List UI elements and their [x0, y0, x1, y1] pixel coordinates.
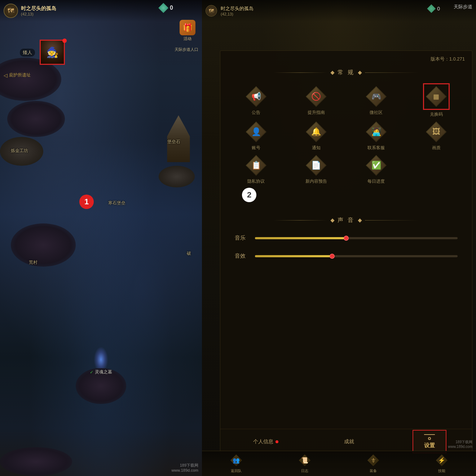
music-fill	[255, 237, 346, 239]
location-name-right: 时之尽头的孤岛	[221, 5, 254, 12]
section-line-right	[365, 72, 419, 73]
privacy-label: 隐私协议	[247, 178, 265, 184]
account-icon: 👤	[244, 120, 268, 143]
team-icon: 👥	[230, 454, 243, 467]
location-info-right: 时之尽头的孤岛 (42,13)	[221, 5, 254, 16]
watermark-right-1: 189下载网	[448, 440, 472, 445]
preview-icon: 📄	[305, 154, 328, 177]
announcement-icon: 📢	[244, 85, 268, 108]
personal-info-label: 个人信息	[253, 439, 273, 445]
guide-icon: 🚫	[305, 85, 328, 108]
activity-button[interactable]: 🎁 活动	[177, 20, 198, 41]
icon-community[interactable]: 🎮 微社区	[348, 83, 405, 117]
icon-privacy[interactable]: 📋 隐私协议	[228, 154, 285, 184]
sfx-thumb[interactable]	[330, 254, 335, 259]
castle-structure	[162, 115, 195, 162]
location-info: 时之尽头的孤岛 (42,13)	[21, 5, 56, 16]
section-line-left	[273, 72, 327, 73]
bottom-nav: 👥 返回队 📜 日志 🗡 装备 ⚡ 技能	[202, 451, 476, 476]
daily-label: 每日进度	[367, 178, 385, 184]
daily-icon: ✅	[365, 154, 388, 177]
settings-button[interactable]: 设置	[413, 430, 446, 453]
shelter-label-container: ◁ 庇护所遗址	[4, 72, 31, 78]
settings-icon-line1	[424, 434, 435, 435]
watermark-line2: www.189d.com	[171, 468, 198, 472]
icon-grid: 📢 公告 🚫 提升指南 🎮 微社区 ▦	[228, 83, 465, 184]
icon-account[interactable]: 👤 账号	[228, 120, 285, 151]
support-icon: 🧑‍💻	[365, 120, 388, 143]
nav-team[interactable]: 👥 返回队	[230, 454, 243, 473]
terrain-rock-1	[0, 137, 43, 166]
location-coords-right: (42,13)	[221, 12, 254, 16]
sound-line-left	[273, 220, 327, 221]
check-icon: ✓	[90, 370, 93, 375]
bottom-actions: 个人信息 成就 设置	[220, 429, 472, 454]
soul-marker[interactable]: ✓ 灵魂之墓	[90, 347, 112, 375]
portrait-notification-dot	[62, 39, 67, 43]
music-slider-row: 音乐	[235, 235, 458, 241]
nav-log[interactable]: 📜 日志	[298, 454, 311, 473]
music-row: 音乐	[235, 235, 458, 241]
redeem-label: 兑换码	[430, 111, 443, 117]
log-label: 日志	[301, 468, 308, 473]
currency-area: 0	[158, 3, 173, 13]
personal-info-dot	[276, 440, 278, 443]
gem-icon	[158, 3, 168, 13]
music-track[interactable]	[255, 237, 458, 239]
nav-skills[interactable]: ⚡ 技能	[435, 454, 448, 473]
icon-daily[interactable]: ✅ 每日进度	[348, 154, 405, 184]
gem-icon-right	[427, 4, 436, 13]
team-label: 返回队	[231, 468, 242, 473]
sound-diamond-2	[358, 218, 362, 222]
redeem-highlight-box: ▦	[423, 83, 450, 110]
support-label: 联系客服	[367, 145, 385, 151]
nav-equipment[interactable]: 🗡 装备	[367, 454, 380, 473]
icon-announcement[interactable]: 📢 公告	[228, 83, 285, 117]
character-portrait[interactable]: 🧙	[40, 40, 65, 65]
quality-label: 画质	[432, 145, 441, 151]
music-thumb[interactable]	[344, 236, 349, 241]
map-icon-right: 🗺	[206, 5, 217, 17]
icon-preview[interactable]: 📄 新内容预告	[288, 154, 345, 184]
currency-value-right: 0	[437, 6, 440, 12]
activity-label: 活动	[184, 36, 191, 41]
watermark-right-2: www.189d.com	[448, 445, 472, 449]
watermark: 189下载网 www.189d.com	[171, 463, 198, 472]
icon-guide[interactable]: 🚫 提升指南	[288, 83, 345, 117]
community-label: 微社区	[370, 110, 383, 116]
icon-redeem[interactable]: ▦ 兑换码	[408, 83, 465, 117]
soul-label: 灵魂之墓	[95, 369, 112, 375]
top-bar-left: 🗺 时之尽头的孤岛 (42,13) 0	[0, 0, 202, 22]
sound-line-right	[365, 220, 419, 221]
achievement-button[interactable]: 成就	[337, 436, 361, 448]
step-text-right-label: 天际步道	[454, 4, 472, 9]
location-name: 时之尽头的孤岛	[21, 5, 56, 12]
personal-info-button[interactable]: 个人信息	[246, 436, 286, 448]
terrain-dark-2	[7, 101, 65, 137]
settings-panel: 版本号：1.0.271 常 规 📢 公告 🚫 提升指南	[220, 50, 472, 454]
announcement-label: 公告	[252, 110, 260, 116]
settings-label: 设置	[424, 442, 435, 449]
sfx-track[interactable]	[255, 255, 458, 257]
version-text: 版本号：1.0.271	[431, 56, 465, 62]
watermark-right: 189下载网 www.189d.com	[448, 440, 472, 449]
preview-label: 新内容预告	[305, 178, 327, 184]
section-general-title: 常 规	[338, 69, 355, 76]
shelter-arrow-icon: ◁	[4, 72, 8, 78]
shelter-text: 庇护所遗址	[9, 72, 31, 78]
music-label: 音乐	[235, 235, 249, 241]
terrain-rock-2	[159, 166, 195, 187]
section-sound-header: 声 音	[220, 217, 472, 224]
sfx-label: 音效	[235, 253, 249, 259]
character-name: 矮人	[20, 49, 35, 57]
quality-icon: 🖼	[425, 120, 448, 143]
annotation-circle-1: 1	[79, 195, 94, 209]
icon-quality[interactable]: 🖼 画质	[408, 120, 465, 151]
skills-icon: ⚡	[435, 454, 448, 467]
log-icon: 📜	[298, 454, 311, 467]
icon-support[interactable]: 🧑‍💻 联系客服	[348, 120, 405, 151]
terrain-dark-5	[0, 447, 72, 476]
top-bar-right: 🗺 时之尽头的孤岛 (42,13) 0 天际步道	[202, 0, 476, 22]
icon-notification[interactable]: 🔔 通知	[288, 120, 345, 151]
achievement-label: 成就	[344, 439, 354, 445]
